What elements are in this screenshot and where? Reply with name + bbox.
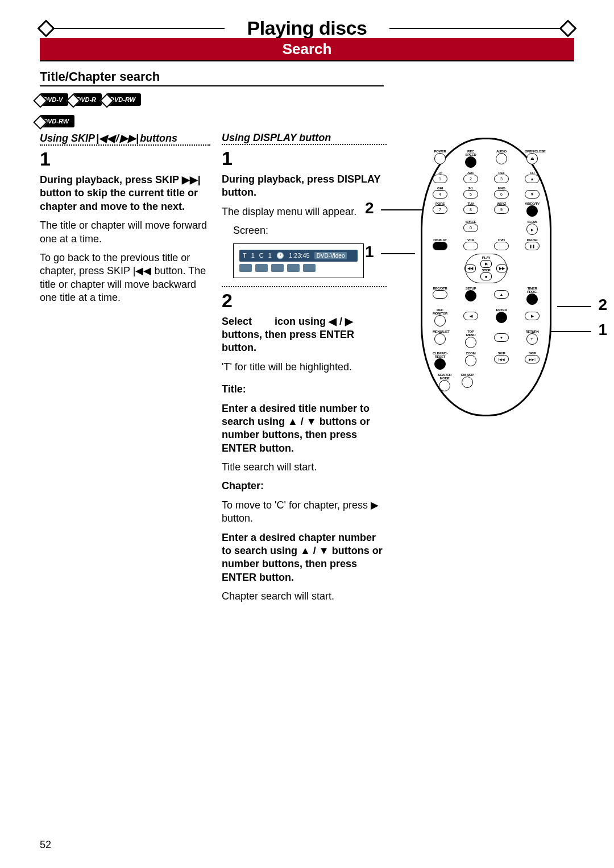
section-title: Title/Chapter search: [40, 69, 574, 84]
remote-2: 2: [463, 175, 478, 183]
remote-skip-fwd: ▶▶|: [525, 355, 540, 363]
chapter-p1: To move to 'C' for chapter, press ▶ butt…: [222, 499, 387, 526]
column-skip-buttons: Using SKIP |◀◀ / ▶▶| buttons 1 During pl…: [40, 132, 210, 609]
section-rule: [40, 85, 384, 86]
skip-instruction-bold: During playback, press SKIP ▶▶| button t…: [40, 173, 210, 213]
remote-0: 0: [463, 224, 478, 232]
remote-pause: ❚❚: [525, 242, 540, 250]
remote-videotv: [526, 205, 538, 217]
remote-transport-pad: ◀◀ ▶▶ PLAY ▶ STOP ■: [465, 254, 507, 283]
remote-5: 5: [463, 190, 478, 199]
remote-display: [433, 242, 447, 250]
callout-1-right: 1: [598, 321, 607, 339]
remote-recmon: [434, 315, 446, 326]
page-header: Playing discs Search: [40, 17, 574, 61]
step-number-2: 2: [222, 290, 387, 312]
remote-play: ▶: [480, 260, 492, 268]
remote-ch-dn: ▼: [525, 190, 540, 199]
display-step2-bold: Select icon using ◀ / ▶ buttons, then pr…: [222, 315, 387, 355]
subheader-title: Search: [40, 38, 574, 60]
page-title: Playing discs: [225, 17, 390, 39]
remote-eject: ⏏: [526, 153, 538, 164]
remote-9: 9: [494, 205, 509, 214]
screen-diagram: T1 C1 🕐 1:23:45 DVD-Video: [233, 243, 364, 278]
remote-enter: [496, 312, 507, 323]
remote-ff: ▶▶: [496, 264, 508, 272]
skip-heading: Using SKIP |◀◀ / ▶▶| buttons: [40, 132, 210, 146]
remote-audio: [496, 153, 507, 164]
remote-timer: [526, 294, 538, 305]
badge-dvd-r: DVD-R: [73, 93, 102, 106]
column-display-button: Using DISPLAY button 1 During playback, …: [222, 132, 387, 609]
remote-ch-up: ▲: [525, 175, 540, 183]
remote-left: ◀: [463, 312, 478, 320]
display-heading: Using DISPLAY button: [222, 132, 387, 145]
remote-slow: ▶: [526, 224, 538, 235]
callout-1-left: 1: [365, 243, 374, 261]
remote-search: [439, 380, 450, 391]
remote-control-diagram: POWER REC SPEED AUDIO OPEN/CLOSE⏏ .@1 AB…: [421, 138, 551, 416]
remote-vcr: [463, 242, 478, 250]
remote-stop: ■: [480, 272, 492, 280]
remote-3: 3: [494, 175, 509, 183]
remote-power: [434, 153, 446, 164]
page-number: 52: [40, 839, 51, 851]
remote-setup: [465, 290, 476, 301]
remote-zoom: [465, 355, 476, 366]
remote-8: 8: [463, 205, 478, 214]
display-step1-p1: The display menu will appear.: [222, 205, 387, 218]
remote-4: 4: [433, 190, 447, 199]
skip-fwd-icon: ▶▶|: [120, 132, 139, 144]
remote-down: ▼: [494, 333, 509, 342]
remote-clear: [434, 358, 446, 370]
chapter-label: Chapter:: [222, 480, 387, 493]
skip-instruction-p1: The title or chapter will move forward o…: [40, 219, 210, 246]
chapter-instruction-bold: Enter a desired chapter number to search…: [222, 531, 387, 585]
remote-topmenu: [465, 337, 476, 348]
title-label: Title:: [222, 383, 387, 396]
remote-return: ↵: [526, 333, 538, 345]
badge-dvd-rw-vr: VRDVD-RW: [40, 115, 74, 127]
remote-skip-back: |◀◀: [494, 355, 509, 363]
callout-2-right: 2: [598, 296, 607, 314]
title-instruction-bold: Enter a desired title number to search u…: [222, 402, 387, 456]
skip-instruction-p2: To go back to the previous title or chap…: [40, 251, 210, 305]
badge-dvd-rw-video: VideoDVD-RW: [106, 93, 141, 106]
remote-right: ▶: [525, 312, 540, 320]
skip-back-icon: |◀◀: [96, 132, 115, 144]
remote-1: 1: [433, 175, 447, 183]
chapter-p2: Chapter search will start.: [222, 590, 387, 603]
disc-type-badges: DVD-V DVD-R VideoDVD-RW VRDVD-RW: [40, 93, 574, 127]
display-step1-bold: During playback, press DISPLAY button.: [222, 173, 387, 200]
callout-2-left: 2: [365, 199, 374, 217]
remote-cmskip: [462, 377, 473, 388]
column-remote: 2 1 POWER REC SPEED AUDIO OPEN/CLOSE⏏ .@…: [398, 132, 574, 609]
display-step2-p1: 'T' for title will be highlighted.: [222, 361, 387, 374]
screen-label: Screen:: [233, 224, 387, 237]
remote-7: 7: [433, 205, 447, 214]
remote-dvd: [494, 242, 509, 250]
remote-up: ▲: [494, 290, 509, 299]
title-instruction-p: Title search will start.: [222, 461, 387, 474]
badge-dvd-v: DVD-V: [40, 93, 68, 106]
step-number-1: 1: [40, 148, 210, 170]
remote-menulist: [434, 333, 446, 345]
step-number-1b: 1: [222, 147, 387, 170]
remote-6: 6: [494, 190, 509, 199]
remote-recspeed: [465, 156, 476, 168]
subheader-bar: Search: [40, 39, 574, 61]
remote-rec: [433, 290, 447, 299]
remote-rw: ◀◀: [464, 264, 476, 272]
